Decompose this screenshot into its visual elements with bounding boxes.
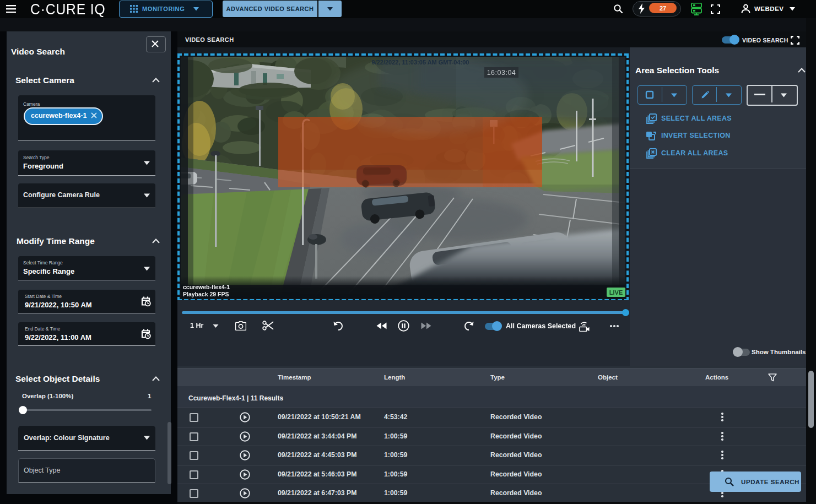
svg-text:16:03:04: 16:03:04 (487, 69, 516, 77)
svg-text:LIVE: LIVE (609, 289, 623, 296)
svg-text:Playback 29 FPS: Playback 29 FPS (183, 291, 229, 297)
svg-text:9/22/2022, 11:03:05 AM GMT-04:: 9/22/2022, 11:03:05 AM GMT-04:00 (372, 59, 469, 66)
svg-text:ccureweb-flex4-1: ccureweb-flex4-1 (183, 284, 230, 290)
